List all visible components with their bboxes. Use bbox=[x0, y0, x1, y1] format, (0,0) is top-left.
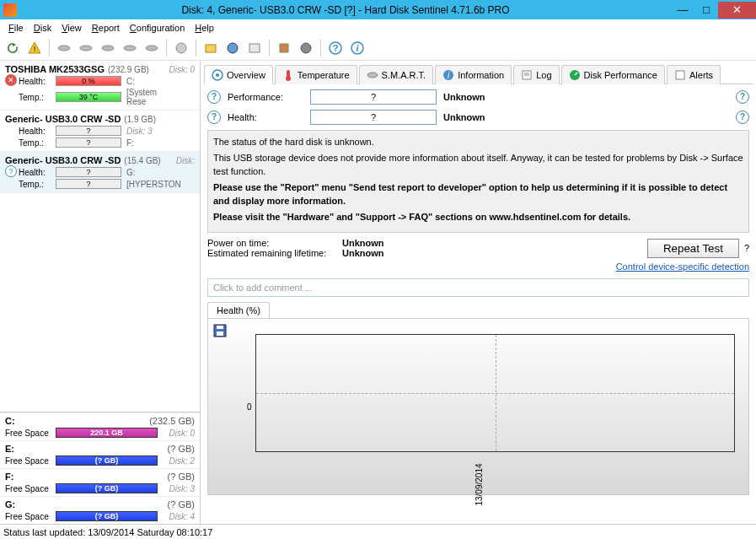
free-space-label: Free Space bbox=[5, 512, 52, 521]
comment-input[interactable]: Click to add comment ... bbox=[207, 278, 749, 297]
temp-bar: 39 °C bbox=[56, 92, 121, 102]
chart-tabs: Health (%) bbox=[207, 302, 749, 318]
performance-box: ? bbox=[310, 89, 437, 105]
volume-letter: G: bbox=[5, 499, 15, 509]
svg-point-8 bbox=[228, 43, 238, 53]
app-icon bbox=[3, 3, 17, 17]
tab-temperature[interactable]: Temperature bbox=[275, 65, 357, 84]
warning-icon[interactable]: ! bbox=[25, 39, 44, 57]
log-icon bbox=[521, 69, 533, 81]
disk-item-2[interactable]: Generic- USB3.0 CRW -SD (15.4 GB) Disk: … bbox=[0, 152, 200, 193]
disk-5-icon[interactable] bbox=[142, 39, 161, 57]
repeat-test-button[interactable]: Repeat Test bbox=[647, 239, 739, 258]
disk-name: Generic- USB3.0 CRW -SD bbox=[5, 155, 121, 165]
help-icon[interactable]: ? bbox=[326, 39, 345, 57]
drive-label: [HYPERSTON bbox=[126, 180, 169, 189]
menu-report[interactable]: Report bbox=[87, 21, 125, 35]
toolbar-separator bbox=[196, 40, 196, 57]
menu-view[interactable]: View bbox=[56, 21, 87, 35]
health-metric: ? Health: ? Unknown ? bbox=[207, 110, 749, 125]
disk-1-icon[interactable] bbox=[55, 39, 73, 57]
tab-disk-performance[interactable]: Disk Performance bbox=[561, 65, 665, 84]
performance-value: Unknown bbox=[443, 92, 485, 102]
minimize-button[interactable]: — bbox=[671, 2, 694, 19]
tools-icon[interactable] bbox=[275, 39, 293, 57]
error-icon: ✕ bbox=[5, 74, 17, 86]
help-icon[interactable]: ? bbox=[736, 110, 749, 124]
disk-id: Disk: 0 bbox=[169, 65, 195, 74]
menu-disk[interactable]: Disk bbox=[29, 21, 56, 35]
toolbar-separator bbox=[49, 40, 50, 57]
health-label: Health: bbox=[228, 112, 303, 122]
disk-3-icon[interactable] bbox=[99, 39, 117, 57]
grid-line bbox=[496, 335, 496, 451]
x-axis-label: 13/09/2014 bbox=[474, 464, 483, 506]
volume-item[interactable]: C:(232.5 GB) Free Space220.1 GBDisk: 0 bbox=[0, 412, 200, 440]
chart-tab-health[interactable]: Health (%) bbox=[207, 302, 270, 318]
sidebar: TOSHIBA MK2533GSG (232.9 GB) Disk: 0 ✕ H… bbox=[0, 61, 201, 524]
tab-bar: Overview Temperature S.M.A.R.T. iInforma… bbox=[204, 64, 753, 84]
tab-alerts[interactable]: Alerts bbox=[667, 65, 721, 84]
svg-rect-10 bbox=[280, 44, 288, 52]
tab-log[interactable]: Log bbox=[513, 65, 559, 84]
help-icon[interactable]: ? bbox=[207, 110, 221, 124]
disk-size: (1.9 GB) bbox=[124, 115, 156, 124]
svg-point-2 bbox=[80, 46, 92, 51]
disk-list: TOSHIBA MK2533GSG (232.9 GB) Disk: 0 ✕ H… bbox=[0, 61, 200, 193]
close-button[interactable]: ✕ bbox=[718, 2, 756, 19]
volume-item[interactable]: G:(? GB) Free Space(? GB)Disk: 4 bbox=[0, 496, 200, 524]
disk-item-0[interactable]: TOSHIBA MK2533GSG (232.9 GB) Disk: 0 ✕ H… bbox=[0, 61, 200, 110]
refresh-icon[interactable] bbox=[3, 39, 22, 57]
svg-rect-7 bbox=[206, 45, 216, 52]
help-icon[interactable]: ? bbox=[207, 90, 221, 104]
menu-help[interactable]: Help bbox=[190, 21, 219, 35]
performance-icon bbox=[569, 69, 581, 81]
action-icon[interactable] bbox=[223, 39, 242, 57]
disk-id: Disk: bbox=[176, 156, 195, 165]
menu-configuration[interactable]: Configuration bbox=[125, 21, 190, 35]
info-icon[interactable]: i bbox=[348, 39, 367, 57]
health-value: Unknown bbox=[443, 112, 485, 122]
help-icon[interactable]: ? bbox=[744, 243, 749, 253]
tab-information[interactable]: iInformation bbox=[435, 65, 512, 84]
y-axis-label: 0 bbox=[247, 402, 252, 412]
save-icon[interactable] bbox=[213, 324, 227, 337]
volume-letter: E: bbox=[5, 444, 14, 454]
disk-item-1[interactable]: Generic- USB3.0 CRW -SD (1.9 GB) Health:… bbox=[0, 110, 200, 152]
volume-item[interactable]: E:(? GB) Free Space(? GB)Disk: 2 bbox=[0, 440, 200, 468]
disk-4-icon[interactable] bbox=[121, 39, 139, 57]
options-icon[interactable] bbox=[245, 39, 264, 57]
help-icon[interactable]: ? bbox=[736, 90, 749, 104]
volume-item[interactable]: F:(? GB) Free Space(? GB)Disk: 3 bbox=[0, 468, 200, 496]
status-line: Please visit the "Hardware" and "Support… bbox=[213, 211, 743, 224]
window-title: Disk: 4, Generic- USB3.0 CRW -SD [?] - H… bbox=[20, 4, 671, 16]
disk-name: Generic- USB3.0 CRW -SD bbox=[5, 114, 121, 124]
control-detection-link[interactable]: Control device-specific detection bbox=[207, 261, 749, 272]
toolbar-separator bbox=[320, 40, 321, 57]
folder-icon[interactable] bbox=[201, 39, 220, 57]
lifetime-label: Estimated remaining lifetime: bbox=[207, 248, 342, 258]
tab-label: S.M.A.R.T. bbox=[382, 70, 426, 80]
svg-point-6 bbox=[176, 43, 186, 53]
toolbar-separator bbox=[166, 40, 167, 57]
menu-file[interactable]: File bbox=[3, 21, 29, 35]
tab-smart[interactable]: S.M.A.R.T. bbox=[359, 65, 434, 84]
tab-label: Alerts bbox=[689, 70, 713, 80]
tab-overview[interactable]: Overview bbox=[204, 65, 273, 84]
maximize-button[interactable]: □ bbox=[694, 2, 718, 19]
free-space-bar: 220.1 GB bbox=[56, 428, 158, 438]
svg-point-4 bbox=[124, 46, 136, 51]
power-on-label: Power on time: bbox=[207, 238, 342, 248]
svg-rect-9 bbox=[249, 44, 260, 52]
free-space-bar: (? GB) bbox=[56, 483, 158, 493]
globe-icon[interactable] bbox=[297, 39, 315, 57]
chart-plot-area bbox=[255, 334, 735, 452]
svg-point-19 bbox=[286, 76, 291, 81]
performance-metric: ? Performance: ? Unknown ? bbox=[207, 89, 749, 105]
disk-2-icon[interactable] bbox=[77, 39, 95, 57]
svg-point-5 bbox=[146, 46, 158, 51]
palette-icon[interactable] bbox=[172, 39, 190, 57]
temp-label: Temp.: bbox=[19, 93, 51, 102]
free-space-label: Free Space bbox=[5, 484, 52, 493]
temp-label: Temp.: bbox=[19, 138, 51, 148]
